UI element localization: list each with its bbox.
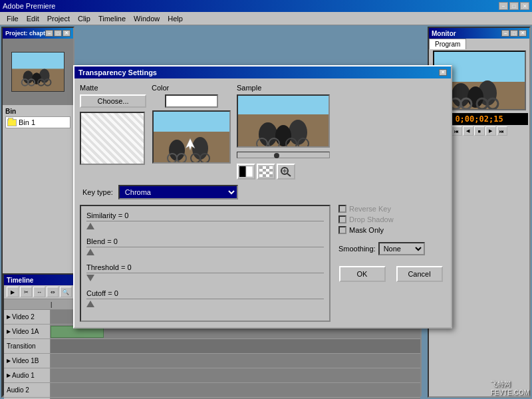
matte-section: Matte Choose... — [80, 84, 146, 180]
maximize-button[interactable]: □ — [509, 2, 519, 10]
key-type-select[interactable]: Chroma None Blue Screen Green Screen Lum… — [118, 185, 238, 200]
sample-label: Sample — [237, 84, 446, 92]
timeline-tool-1[interactable]: ▶ — [7, 287, 19, 297]
cutoff-handle[interactable] — [86, 301, 94, 307]
svg-rect-36 — [246, 166, 253, 177]
track-expand-icon-a1[interactable]: ▶ — [7, 372, 11, 378]
sample-video-svg — [238, 96, 330, 148]
project-thumbnails — [3, 39, 73, 105]
mask-only-label: Mask Only — [349, 226, 384, 234]
bin-item[interactable]: Bin 1 — [5, 116, 70, 128]
svg-rect-43 — [266, 172, 269, 174]
smoothing-row: Smoothing: None Low High — [338, 242, 443, 255]
play-fwd-btn[interactable]: ▶ — [485, 126, 496, 136]
drop-shadow-label: Drop Shadow — [349, 215, 394, 223]
blend-group: Blend = 0 — [86, 237, 324, 255]
zoom-icon[interactable] — [277, 164, 295, 180]
project-bin: Bin Bin 1 — [3, 105, 73, 132]
mask-only-checkbox[interactable] — [338, 226, 346, 234]
project-maximize-btn[interactable]: □ — [54, 30, 62, 37]
cutoff-track — [86, 299, 324, 299]
checker-icon-svg — [259, 166, 273, 177]
reverse-key-row: Reverse Key — [338, 205, 443, 213]
track-expand-icon-1b[interactable]: ▶ — [7, 358, 11, 364]
blend-handle[interactable] — [86, 249, 94, 255]
minimize-button[interactable]: − — [499, 2, 508, 10]
track-content-audio2[interactable] — [51, 383, 420, 397]
timeline-tool-4[interactable]: ⇔ — [47, 287, 59, 297]
checker-icon[interactable] — [257, 164, 275, 180]
track-expand-icon-1a[interactable]: ▶ — [7, 329, 11, 334]
threshold-handle[interactable] — [86, 275, 94, 281]
svg-rect-38 — [259, 166, 263, 169]
threshold-track — [86, 273, 324, 273]
color-preview-wrap — [152, 94, 231, 164]
monitor-close-btn[interactable]: ✕ — [519, 30, 527, 37]
cutoff-label: Cutoff = 0 — [86, 289, 324, 297]
track-expand-icon[interactable]: ▶ — [7, 314, 11, 320]
menu-project[interactable]: Project — [43, 13, 74, 24]
tab-program[interactable]: Program — [429, 39, 466, 49]
timeline-zoom-in[interactable]: 🔍 — [60, 287, 72, 297]
menu-clip[interactable]: Clip — [74, 13, 94, 24]
menu-help[interactable]: Help — [164, 13, 187, 24]
track-transition: Transition — [4, 339, 420, 354]
prev-frame-btn[interactable]: ⏮ — [452, 126, 462, 136]
choose-button[interactable]: Choose... — [80, 94, 146, 108]
project-minimize-btn[interactable]: − — [45, 30, 53, 37]
track-video1b: ▶ Video 1B — [4, 354, 420, 368]
dialog-titlebar: Transparency Settings ✕ — [74, 66, 451, 78]
dialog-close-btn[interactable]: ✕ — [439, 69, 447, 76]
app-titlebar: Adobe Premiere − □ ✕ — [0, 0, 532, 12]
timeline-tool-2[interactable]: ✂ — [20, 287, 32, 297]
svg-point-13 — [467, 86, 483, 108]
play-back-btn[interactable]: ◀ — [463, 126, 473, 136]
drop-shadow-row: Drop Shadow — [338, 215, 443, 223]
dialog-controls: ✕ — [439, 69, 447, 76]
dialog-top-section: Matte Choose... Color — [80, 84, 446, 180]
next-frame-btn[interactable]: ⏭ — [497, 126, 507, 136]
track-name-transition: Transition — [7, 342, 36, 350]
watermark: 飞特网 FEVTE.COM — [491, 380, 529, 396]
smoothing-label: Smoothing: — [338, 245, 376, 253]
color-label: Color — [152, 84, 231, 92]
folder-icon — [7, 119, 17, 126]
transparency-dialog: Transparency Settings ✕ Matte Choose... … — [73, 65, 452, 329]
menu-edit[interactable]: Edit — [23, 13, 43, 24]
menu-file[interactable]: File — [3, 13, 23, 24]
track-content-video1b[interactable] — [51, 354, 420, 368]
smoothing-select[interactable]: None Low High — [378, 242, 425, 255]
stop-btn[interactable]: ■ — [474, 126, 485, 136]
similarity-track — [86, 221, 324, 221]
menu-timeline[interactable]: Timeline — [94, 13, 130, 24]
black-white-icon[interactable] — [237, 164, 255, 180]
key-type-label: Key type: — [82, 188, 113, 196]
reverse-key-label: Reverse Key — [349, 205, 391, 213]
close-button[interactable]: ✕ — [520, 2, 529, 10]
project-close-btn[interactable]: ✕ — [63, 30, 70, 37]
svg-rect-42 — [259, 172, 263, 174]
track-content-transition[interactable] — [51, 339, 420, 353]
similarity-group: Similarity = 0 — [86, 211, 324, 229]
color-swatch[interactable] — [165, 94, 218, 108]
track-name-video1b: Video 1B — [12, 357, 39, 364]
ruler-tick: | — [51, 301, 52, 308]
track-content-audio1[interactable] — [51, 368, 420, 382]
timeline-tool-3[interactable]: ↔ — [33, 287, 45, 297]
svg-rect-44 — [263, 174, 266, 177]
menubar: File Edit Project Clip Timeline Window H… — [0, 12, 532, 25]
sample-slider[interactable] — [237, 152, 330, 158]
similarity-handle[interactable] — [86, 223, 94, 229]
monitor-title: Monitor — [432, 30, 456, 37]
cancel-button[interactable]: Cancel — [396, 266, 443, 282]
menu-window[interactable]: Window — [130, 13, 164, 24]
track-name-video1a: Video 1A — [12, 328, 39, 335]
monitor-panel-controls: − □ ✕ — [501, 30, 527, 37]
monitor-maximize-btn[interactable]: □ — [510, 30, 518, 37]
project-panel-controls: − □ ✕ — [45, 30, 70, 37]
track-label-video1a: ▶ Video 1A — [4, 325, 51, 338]
monitor-minimize-btn[interactable]: − — [501, 30, 509, 37]
ok-button[interactable]: OK — [339, 266, 386, 282]
color-video-svg — [154, 112, 231, 164]
thumbnail-preview — [11, 52, 65, 92]
